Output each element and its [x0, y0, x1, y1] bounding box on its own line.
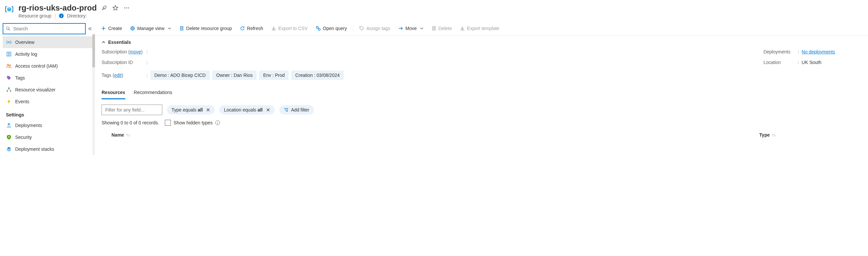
arrow-right-icon: [398, 26, 403, 31]
tab-resources[interactable]: Resources: [101, 88, 125, 99]
nav-events[interactable]: Events: [3, 96, 95, 108]
assign-tags-button[interactable]: Assign tags: [356, 24, 394, 33]
chevron-up-icon: [101, 40, 105, 44]
records-status: Showing 0 to 0 of 0 records.: [101, 120, 159, 125]
nav-deployment-stacks[interactable]: Deployment stacks: [3, 143, 95, 155]
tag-pill[interactable]: Owner : Dan Rios: [212, 70, 256, 80]
delete-button[interactable]: Delete: [428, 24, 455, 33]
tag-icon: [6, 75, 12, 81]
chevron-down-icon: [168, 27, 171, 30]
query-icon: [316, 26, 321, 31]
cube-brackets-icon: [6, 39, 12, 45]
table-header: Name ↑↓ Type ↑↓: [95, 130, 868, 140]
nav-deployments[interactable]: Deployments: [3, 119, 95, 131]
sidebar: Overview Activity log Access control (IA…: [0, 21, 95, 155]
deployments-link[interactable]: No deployments: [802, 49, 835, 54]
create-button[interactable]: Create: [98, 24, 125, 33]
tag-outline-icon: [359, 26, 364, 31]
nav-tags[interactable]: Tags: [3, 72, 95, 84]
help-icon[interactable]: i: [215, 120, 220, 125]
subscription-id-label: Subscription ID: [101, 60, 144, 65]
column-header-name[interactable]: Name ↑↓: [112, 132, 130, 138]
download-icon: [460, 26, 465, 31]
directory-label: Directory:: [67, 13, 87, 19]
page-title: rg-rios-uks-ado-prod: [19, 3, 97, 12]
plus-icon: [101, 26, 106, 31]
nav-label: Access control (IAM): [15, 63, 58, 68]
close-icon[interactable]: [206, 108, 210, 112]
svg-rect-5: [8, 41, 9, 43]
svg-point-11: [9, 65, 10, 66]
nav-label: Events: [15, 99, 29, 104]
svg-point-10: [7, 64, 9, 66]
tags-label: Tags (edit): [101, 73, 144, 78]
nav-overview[interactable]: Overview: [3, 36, 95, 48]
toolbar: Create Manage view Delete resource group…: [95, 21, 868, 36]
trash-icon: [431, 26, 437, 31]
essentials-toggle[interactable]: Essentials: [101, 39, 861, 45]
delete-rg-button[interactable]: Delete resource group: [176, 24, 236, 33]
nav-access-control[interactable]: Access control (IAM): [3, 60, 95, 72]
sidebar-search-input[interactable]: [12, 26, 83, 32]
resource-group-icon: [3, 3, 15, 15]
location-filter-pill[interactable]: Location equals all: [219, 105, 275, 114]
nav-label: Deployment stacks: [15, 146, 54, 152]
nav-label: Tags: [15, 75, 25, 81]
subscription-move-link[interactable]: move: [130, 49, 141, 54]
filter-input[interactable]: [101, 105, 162, 115]
sort-icon: ↑↓: [126, 133, 130, 137]
nav-resource-visualizer[interactable]: Resource visualizer: [3, 84, 95, 96]
upload-icon: [6, 122, 12, 128]
move-button[interactable]: Move: [395, 24, 426, 33]
export-csv-button[interactable]: Export to CSV: [268, 24, 311, 33]
sidebar-search[interactable]: [3, 23, 86, 34]
nav-label: Deployments: [15, 123, 42, 128]
svg-line-4: [9, 29, 10, 31]
type-filter-pill[interactable]: Type equals all: [167, 105, 215, 114]
star-icon[interactable]: [113, 5, 118, 11]
manage-view-button[interactable]: Manage view: [127, 24, 175, 33]
refresh-button[interactable]: Refresh: [237, 24, 267, 33]
add-filter-icon: [284, 108, 288, 112]
nodes-icon: [6, 87, 12, 93]
sort-icon: ↑↓: [772, 133, 776, 137]
tag-pill[interactable]: Creation : 03/08/2024: [291, 70, 344, 80]
tag-pill[interactable]: Demo : ADO Bicep CICD: [150, 70, 210, 80]
list-icon: [6, 51, 12, 57]
collapse-sidebar-icon[interactable]: [88, 26, 92, 31]
column-header-type[interactable]: Type ↑↓: [759, 132, 776, 138]
pin-icon[interactable]: [102, 5, 107, 10]
svg-point-2: [128, 7, 129, 8]
svg-point-14: [7, 90, 8, 92]
close-icon[interactable]: [266, 108, 270, 112]
more-icon[interactable]: [124, 5, 130, 11]
toolbar-separator: [353, 25, 353, 32]
nav-label: Overview: [15, 39, 34, 45]
tags-edit-link[interactable]: edit: [114, 73, 122, 78]
tab-recommendations[interactable]: Recommendations: [134, 88, 173, 99]
nav-label: Activity log: [15, 52, 37, 57]
nav-security[interactable]: Security: [3, 131, 95, 143]
info-icon[interactable]: i: [59, 13, 64, 18]
svg-point-1: [126, 7, 127, 8]
add-filter-button[interactable]: Add filter: [279, 105, 314, 114]
resource-type-label: Resource group: [19, 13, 52, 19]
svg-point-16: [8, 136, 9, 138]
sidebar-scrollbar[interactable]: [92, 34, 95, 155]
settings-section-header: Settings: [3, 108, 95, 119]
tag-pill[interactable]: Env : Prod: [259, 70, 288, 80]
main-content: Create Manage view Delete resource group…: [95, 21, 868, 155]
export-template-button[interactable]: Export template: [457, 24, 503, 33]
nav-label: Resource visualizer: [15, 87, 55, 92]
download-icon: [271, 26, 276, 31]
hidden-types-checkbox[interactable]: [165, 120, 171, 126]
location-label: Location: [764, 60, 795, 65]
svg-point-0: [124, 7, 125, 8]
open-query-button[interactable]: Open query: [312, 24, 350, 33]
scrollbar-thumb[interactable]: [92, 34, 95, 67]
shield-icon: [6, 134, 12, 140]
svg-line-21: [318, 28, 318, 29]
nav-label: Security: [15, 135, 32, 140]
nav-activity-log[interactable]: Activity log: [3, 48, 95, 60]
svg-point-22: [361, 27, 361, 28]
